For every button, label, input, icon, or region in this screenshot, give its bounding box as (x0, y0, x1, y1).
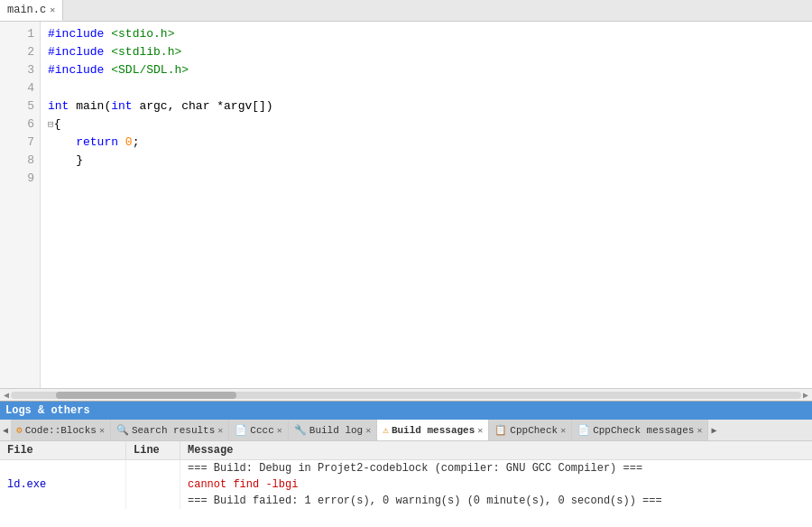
code-line-7: return 0; (48, 134, 805, 152)
logs-header-label: Logs & others (5, 404, 90, 417)
bottom-panel: Logs & others ◀ ⚙ Code::Blocks ✕ 🔍 Searc… (0, 401, 812, 527)
tab-codeblocks-label: Code::Blocks (25, 425, 97, 436)
tab-codeblocks-close[interactable]: ✕ (99, 425, 105, 436)
tab-cppcheck-close[interactable]: ✕ (560, 425, 566, 436)
msg-file-1 (0, 460, 126, 476)
tab-codeblocks[interactable]: ⚙ Code::Blocks ✕ (11, 420, 111, 440)
build-messages-icon: ⚠ (383, 424, 389, 436)
col-message-header: Message (180, 441, 812, 459)
tab-main-c[interactable]: main.c ✕ (0, 0, 63, 21)
tab-label: main.c (7, 4, 46, 16)
tab-nav-left-icon[interactable]: ◀ (0, 420, 11, 440)
msg-file-3 (0, 493, 126, 509)
code-line-1: #include <stdio.h> (48, 25, 805, 43)
table-row: === Build failed: 1 error(s), 0 warning(… (0, 493, 812, 509)
tab-search-results[interactable]: 🔍 Search results ✕ (111, 420, 229, 440)
scroll-track[interactable] (11, 392, 801, 399)
tab-cppcheck-messages-label: CppCheck messages (593, 425, 694, 436)
code-editor[interactable]: #include <stdio.h> #include <stdlib.h> #… (41, 22, 812, 388)
codeblocks-icon: ⚙ (16, 424, 23, 436)
tab-build-messages[interactable]: ⚠ Build messages ✕ (377, 420, 489, 440)
tab-cppcheck-messages[interactable]: 📄 CppCheck messages ✕ (572, 420, 708, 440)
tab-build-messages-label: Build messages (392, 425, 475, 436)
msg-text-1: === Build: Debug in Projet2-codeblock (c… (180, 460, 812, 476)
code-line-4 (48, 79, 805, 97)
code-line-2: #include <stdlib.h> (48, 43, 805, 61)
tab-search-close[interactable]: ✕ (217, 425, 223, 436)
search-icon: 🔍 (116, 424, 129, 436)
cccc-icon: 📄 (235, 424, 247, 436)
tab-search-results-label: Search results (132, 425, 215, 436)
tab-cccc[interactable]: 📄 Cccc ✕ (229, 420, 288, 440)
col-line-header: Line (126, 441, 180, 459)
col-file-header: File (0, 441, 126, 459)
messages-area: File Line Message === Build: Debug in Pr… (0, 441, 812, 527)
tab-build-log-label: Build log (309, 425, 363, 436)
tab-build-log[interactable]: 🔧 Build log ✕ (289, 420, 377, 440)
build-log-icon: 🔧 (294, 424, 307, 436)
msg-text-3: === Build failed: 1 error(s), 0 warning(… (180, 493, 812, 509)
msg-line-3 (126, 493, 180, 509)
editor-tab-bar: main.c ✕ (0, 0, 812, 22)
msg-line-1 (126, 460, 180, 476)
logs-header: Logs & others (0, 402, 812, 420)
tab-build-messages-close[interactable]: ✕ (477, 425, 483, 436)
msg-line-2 (126, 476, 180, 493)
bottom-tab-bar: ◀ ⚙ Code::Blocks ✕ 🔍 Search results ✕ 📄 … (0, 420, 812, 441)
msg-file-2: ld.exe (0, 476, 126, 493)
cppcheck-icon: 📋 (494, 424, 507, 436)
code-line-3: #include <SDL/SDL.h> (48, 61, 805, 79)
scroll-right-icon[interactable]: ▶ (801, 390, 810, 401)
tab-close-icon[interactable]: ✕ (50, 5, 55, 15)
messages-header: File Line Message (0, 441, 812, 460)
tab-nav-right-icon[interactable]: ▶ (708, 420, 719, 440)
editor-area: 1 2 3 4 5 6 7 8 9 #include <stdio.h> #in… (0, 22, 812, 401)
editor-content: 1 2 3 4 5 6 7 8 9 #include <stdio.h> #in… (0, 22, 812, 388)
code-line-6: ⊟{ (48, 116, 805, 134)
tab-cppcheck[interactable]: 📋 CppCheck ✕ (489, 420, 572, 440)
tab-cccc-label: Cccc (250, 425, 273, 436)
horizontal-scrollbar[interactable]: ◀ ▶ (0, 388, 812, 401)
code-line-9 (48, 170, 805, 188)
tab-cccc-close[interactable]: ✕ (277, 425, 282, 436)
msg-text-2: cannot find -lbgi (180, 476, 812, 493)
table-row: === Build: Debug in Projet2-codeblock (c… (0, 460, 812, 476)
cppcheck-msg-icon: 📄 (577, 424, 590, 436)
tab-cppcheck-messages-close[interactable]: ✕ (697, 425, 702, 436)
tab-cppcheck-label: CppCheck (510, 425, 558, 436)
code-line-8: } (48, 152, 805, 170)
scroll-thumb[interactable] (56, 392, 236, 399)
line-numbers: 1 2 3 4 5 6 7 8 9 (0, 22, 41, 388)
table-row: ld.exe cannot find -lbgi (0, 476, 812, 493)
code-line-5: int main(int argc, char *argv[]) (48, 97, 805, 116)
scroll-left-icon[interactable]: ◀ (2, 390, 11, 401)
tab-build-log-close[interactable]: ✕ (365, 425, 371, 436)
